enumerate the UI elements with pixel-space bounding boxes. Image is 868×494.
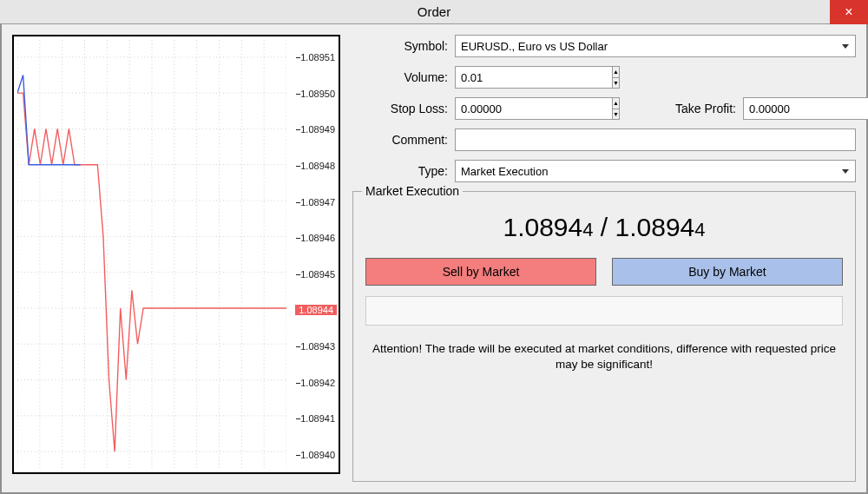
current-price-badge: 1.08944 [295, 305, 337, 315]
bid-price-small: 4 [582, 219, 593, 240]
chart-y-axis: 1.089511.089501.089491.089481.089471.089… [286, 36, 339, 472]
takeprofit-input[interactable] [743, 97, 868, 120]
price-quote: 1.08944 / 1.08944 [365, 213, 843, 242]
stoploss-down-button[interactable]: ▼ [613, 109, 619, 120]
warning-text: Attention! The trade will be executed at… [365, 341, 843, 372]
takeprofit-label: Take Profit: [641, 102, 736, 115]
stoploss-input[interactable] [455, 97, 612, 120]
comment-input[interactable] [455, 128, 856, 151]
status-box [365, 296, 843, 326]
window-title: Order [418, 4, 450, 19]
y-tick-label: 1.08951 [300, 52, 335, 63]
volume-input[interactable] [455, 66, 612, 89]
y-tick-label: 1.08949 [300, 124, 335, 135]
symbol-label: Symbol: [352, 39, 448, 53]
ask-price-small: 4 [694, 219, 705, 240]
symbol-select[interactable]: EURUSD., Euro vs US Dollar [455, 35, 856, 57]
close-button[interactable]: × [830, 0, 868, 24]
type-label: Type: [352, 164, 448, 178]
price-separator: / [593, 213, 615, 241]
y-tick-label: 1.08940 [300, 450, 335, 460]
market-execution-legend: Market Execution [362, 184, 463, 198]
order-form: Symbol: EURUSD., Euro vs US Dollar Volum… [352, 35, 856, 482]
market-execution-panel: Market Execution 1.08944 / 1.08944 Sell … [352, 191, 856, 482]
y-tick-label: 1.08941 [300, 413, 335, 424]
stoploss-label: Stop Loss: [352, 102, 448, 115]
y-tick-label: 1.08945 [300, 269, 335, 280]
titlebar: Order × [0, 0, 868, 24]
close-icon: × [845, 4, 852, 20]
ask-price-big: 1.0894 [615, 213, 695, 241]
y-tick-label: 1.08948 [300, 161, 335, 171]
y-tick-label: 1.08950 [300, 89, 335, 99]
comment-label: Comment: [352, 133, 448, 147]
y-tick-label: 1.08946 [300, 233, 335, 243]
tick-chart: 1.089511.089501.089491.089481.089471.089… [12, 35, 340, 474]
bid-price-big: 1.0894 [503, 213, 582, 241]
buy-button[interactable]: Buy by Market [612, 258, 843, 286]
volume-label: Volume: [352, 70, 448, 84]
volume-up-button[interactable]: ▲ [613, 67, 619, 78]
chart-plot [17, 40, 286, 469]
type-select[interactable]: Market Execution [455, 160, 856, 182]
y-tick-label: 1.08943 [300, 341, 335, 352]
sell-button[interactable]: Sell by Market [365, 258, 596, 286]
stoploss-up-button[interactable]: ▲ [613, 98, 619, 109]
volume-down-button[interactable]: ▼ [613, 78, 619, 89]
y-tick-label: 1.08947 [300, 197, 335, 207]
client-area: 1.089511.089501.089491.089481.089471.089… [0, 24, 868, 494]
y-tick-label: 1.08942 [300, 378, 335, 388]
